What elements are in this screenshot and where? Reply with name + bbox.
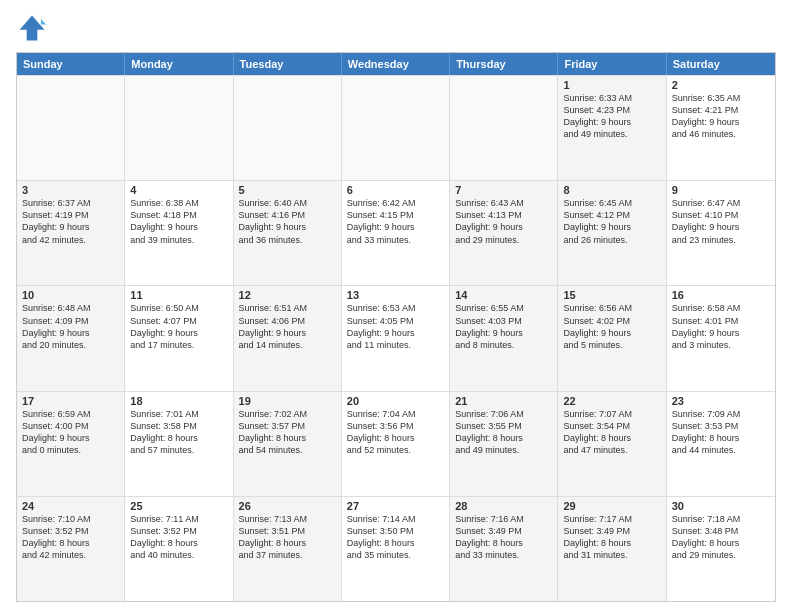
page: SundayMondayTuesdayWednesdayThursdayFrid…	[0, 0, 792, 612]
day-number: 24	[22, 500, 119, 512]
week-row-1: 1Sunrise: 6:33 AMSunset: 4:23 PMDaylight…	[17, 75, 775, 180]
cell-line: and 49 minutes.	[563, 128, 660, 140]
cell-line: Sunset: 4:16 PM	[239, 209, 336, 221]
cal-cell-empty-1	[125, 76, 233, 180]
cell-line: Sunset: 3:49 PM	[455, 525, 552, 537]
cell-line: Sunrise: 6:42 AM	[347, 197, 444, 209]
cell-line: Sunrise: 6:47 AM	[672, 197, 770, 209]
cell-line: Daylight: 9 hours	[455, 221, 552, 233]
cal-cell-7: 7Sunrise: 6:43 AMSunset: 4:13 PMDaylight…	[450, 181, 558, 285]
cell-line: Sunrise: 7:04 AM	[347, 408, 444, 420]
cell-line: Daylight: 8 hours	[347, 537, 444, 549]
cell-line: Daylight: 8 hours	[672, 432, 770, 444]
day-number: 19	[239, 395, 336, 407]
cell-line: Sunrise: 6:53 AM	[347, 302, 444, 314]
cal-cell-24: 24Sunrise: 7:10 AMSunset: 3:52 PMDayligh…	[17, 497, 125, 601]
cell-line: Daylight: 9 hours	[22, 432, 119, 444]
cell-line: Sunset: 3:58 PM	[130, 420, 227, 432]
cell-line: Daylight: 8 hours	[563, 432, 660, 444]
cal-cell-15: 15Sunrise: 6:56 AMSunset: 4:02 PMDayligh…	[558, 286, 666, 390]
day-number: 7	[455, 184, 552, 196]
cell-line: Daylight: 9 hours	[130, 327, 227, 339]
cell-line: and 11 minutes.	[347, 339, 444, 351]
day-number: 6	[347, 184, 444, 196]
cal-cell-8: 8Sunrise: 6:45 AMSunset: 4:12 PMDaylight…	[558, 181, 666, 285]
day-number: 2	[672, 79, 770, 91]
cal-cell-22: 22Sunrise: 7:07 AMSunset: 3:54 PMDayligh…	[558, 392, 666, 496]
cell-line: and 8 minutes.	[455, 339, 552, 351]
cal-cell-30: 30Sunrise: 7:18 AMSunset: 3:48 PMDayligh…	[667, 497, 775, 601]
cal-cell-6: 6Sunrise: 6:42 AMSunset: 4:15 PMDaylight…	[342, 181, 450, 285]
cell-line: Sunrise: 6:38 AM	[130, 197, 227, 209]
cal-cell-empty-4	[450, 76, 558, 180]
cell-line: and 14 minutes.	[239, 339, 336, 351]
cell-line: Daylight: 8 hours	[563, 537, 660, 549]
cell-line: and 29 minutes.	[672, 549, 770, 561]
cell-line: Daylight: 8 hours	[22, 537, 119, 549]
cell-line: Sunset: 4:01 PM	[672, 315, 770, 327]
cell-line: Daylight: 8 hours	[455, 432, 552, 444]
cell-line: Sunrise: 6:37 AM	[22, 197, 119, 209]
day-number: 15	[563, 289, 660, 301]
cell-line: Sunset: 3:48 PM	[672, 525, 770, 537]
cell-line: Sunset: 3:57 PM	[239, 420, 336, 432]
cell-line: and 46 minutes.	[672, 128, 770, 140]
header-day-friday: Friday	[558, 53, 666, 75]
cal-cell-21: 21Sunrise: 7:06 AMSunset: 3:55 PMDayligh…	[450, 392, 558, 496]
day-number: 16	[672, 289, 770, 301]
cell-line: Daylight: 8 hours	[347, 432, 444, 444]
cell-line: and 37 minutes.	[239, 549, 336, 561]
cell-line: Sunset: 4:03 PM	[455, 315, 552, 327]
logo	[16, 12, 52, 44]
cal-cell-20: 20Sunrise: 7:04 AMSunset: 3:56 PMDayligh…	[342, 392, 450, 496]
cal-cell-11: 11Sunrise: 6:50 AMSunset: 4:07 PMDayligh…	[125, 286, 233, 390]
day-number: 12	[239, 289, 336, 301]
cell-line: Sunset: 4:09 PM	[22, 315, 119, 327]
day-number: 20	[347, 395, 444, 407]
cell-line: Sunset: 4:05 PM	[347, 315, 444, 327]
cal-cell-12: 12Sunrise: 6:51 AMSunset: 4:06 PMDayligh…	[234, 286, 342, 390]
cell-line: Sunset: 4:00 PM	[22, 420, 119, 432]
cell-line: Daylight: 9 hours	[347, 221, 444, 233]
cell-line: Daylight: 8 hours	[455, 537, 552, 549]
cell-line: Sunset: 3:49 PM	[563, 525, 660, 537]
day-number: 3	[22, 184, 119, 196]
cal-cell-29: 29Sunrise: 7:17 AMSunset: 3:49 PMDayligh…	[558, 497, 666, 601]
cell-line: Sunset: 4:19 PM	[22, 209, 119, 221]
cell-line: Sunset: 4:23 PM	[563, 104, 660, 116]
cell-line: Sunrise: 6:43 AM	[455, 197, 552, 209]
day-number: 10	[22, 289, 119, 301]
calendar-header: SundayMondayTuesdayWednesdayThursdayFrid…	[17, 53, 775, 75]
cal-cell-28: 28Sunrise: 7:16 AMSunset: 3:49 PMDayligh…	[450, 497, 558, 601]
day-number: 25	[130, 500, 227, 512]
day-number: 22	[563, 395, 660, 407]
cell-line: Daylight: 9 hours	[347, 327, 444, 339]
cell-line: and 47 minutes.	[563, 444, 660, 456]
cell-line: Daylight: 8 hours	[130, 432, 227, 444]
day-number: 21	[455, 395, 552, 407]
header-day-wednesday: Wednesday	[342, 53, 450, 75]
cell-line: and 3 minutes.	[672, 339, 770, 351]
cell-line: and 39 minutes.	[130, 234, 227, 246]
cell-line: Sunset: 4:21 PM	[672, 104, 770, 116]
cell-line: Sunrise: 7:07 AM	[563, 408, 660, 420]
day-number: 18	[130, 395, 227, 407]
header-day-monday: Monday	[125, 53, 233, 75]
cell-line: Sunrise: 7:14 AM	[347, 513, 444, 525]
cell-line: and 29 minutes.	[455, 234, 552, 246]
cal-cell-empty-3	[342, 76, 450, 180]
cell-line: Sunrise: 7:10 AM	[22, 513, 119, 525]
cell-line: Sunrise: 7:16 AM	[455, 513, 552, 525]
cell-line: Sunrise: 7:13 AM	[239, 513, 336, 525]
calendar: SundayMondayTuesdayWednesdayThursdayFrid…	[16, 52, 776, 602]
cell-line: and 52 minutes.	[347, 444, 444, 456]
cal-cell-5: 5Sunrise: 6:40 AMSunset: 4:16 PMDaylight…	[234, 181, 342, 285]
cell-line: Daylight: 9 hours	[672, 116, 770, 128]
cal-cell-14: 14Sunrise: 6:55 AMSunset: 4:03 PMDayligh…	[450, 286, 558, 390]
cell-line: and 35 minutes.	[347, 549, 444, 561]
cell-line: Sunset: 4:10 PM	[672, 209, 770, 221]
cell-line: and 42 minutes.	[22, 234, 119, 246]
day-number: 9	[672, 184, 770, 196]
week-row-2: 3Sunrise: 6:37 AMSunset: 4:19 PMDaylight…	[17, 180, 775, 285]
cal-cell-1: 1Sunrise: 6:33 AMSunset: 4:23 PMDaylight…	[558, 76, 666, 180]
